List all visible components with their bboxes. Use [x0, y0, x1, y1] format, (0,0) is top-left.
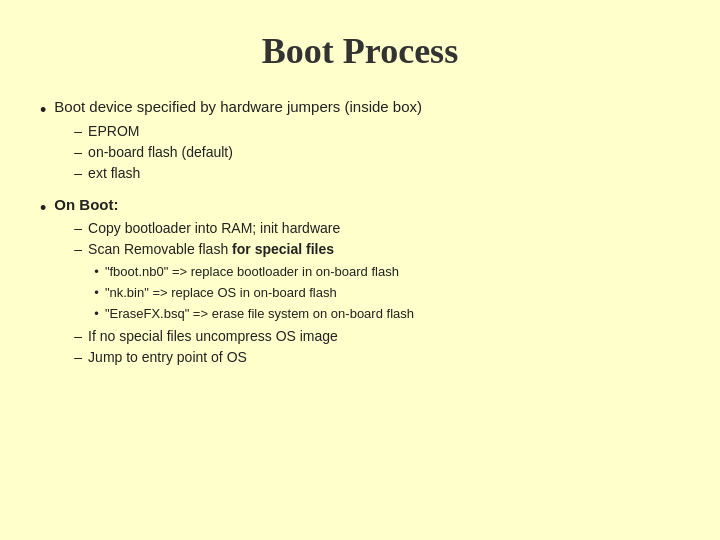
dash-icon: –	[74, 218, 82, 239]
dash-icon: –	[74, 239, 82, 260]
sub-sub-list: • "fboot.nb0" => replace bootloader in o…	[74, 262, 414, 324]
list-item: – Scan Removable flash for special files…	[74, 239, 680, 326]
bullet-1: • Boot device specified by hardware jump…	[40, 96, 680, 184]
sub-sub-item-label: "nk.bin" => replace OS in on-board flash	[105, 283, 337, 304]
bullet-2: • On Boot: – Copy bootloader into RAM; i…	[40, 194, 680, 369]
bullet-2-sublist: – Copy bootloader into RAM; init hardwar…	[54, 218, 680, 368]
sub-item-label: EPROM	[88, 121, 139, 142]
bullet-2-label: On Boot:	[54, 196, 118, 213]
bullet-icon-1: •	[40, 97, 46, 124]
dash-icon: –	[74, 142, 82, 163]
bullet-1-label: Boot device specified by hardware jumper…	[54, 98, 422, 115]
sub-sub-item-label: "fboot.nb0" => replace bootloader in on-…	[105, 262, 399, 283]
bullet-icon-2: •	[40, 195, 46, 222]
sub-item-label: on-board flash (default)	[88, 142, 233, 163]
sub-item-label: ext flash	[88, 163, 140, 184]
page-title: Boot Process	[262, 30, 458, 72]
list-item: – If no special files uncompress OS imag…	[74, 326, 680, 347]
list-item: – on-board flash (default)	[74, 142, 680, 163]
list-item: – ext flash	[74, 163, 680, 184]
bullet-dot-icon: •	[94, 262, 99, 283]
content-area: • Boot device specified by hardware jump…	[40, 96, 680, 378]
sub-item-label: Jump to entry point of OS	[88, 347, 247, 368]
dash-icon: –	[74, 326, 82, 347]
dash-icon: –	[74, 121, 82, 142]
list-item: • "fboot.nb0" => replace bootloader in o…	[94, 262, 414, 283]
bullet-dot-icon: •	[94, 304, 99, 325]
bullet-2-text: On Boot: – Copy bootloader into RAM; ini…	[54, 194, 680, 369]
list-item: – EPROM	[74, 121, 680, 142]
sub-item-label: If no special files uncompress OS image	[88, 326, 338, 347]
list-item: • "nk.bin" => replace OS in on-board fla…	[94, 283, 414, 304]
bullet-dot-icon: •	[94, 283, 99, 304]
dash-icon: –	[74, 163, 82, 184]
list-item: • "EraseFX.bsq" => erase file system on …	[94, 304, 414, 325]
dash-icon: –	[74, 347, 82, 368]
bullet-1-text: Boot device specified by hardware jumper…	[54, 96, 680, 184]
bullet-1-sublist: – EPROM – on-board flash (default) – ext…	[54, 121, 680, 184]
sub-item-label: Copy bootloader into RAM; init hardware	[88, 218, 340, 239]
list-item: – Jump to entry point of OS	[74, 347, 680, 368]
sub-item-label: Scan Removable flash for special files	[88, 239, 334, 260]
sub-sub-item-label: "EraseFX.bsq" => erase file system on on…	[105, 304, 414, 325]
list-item: – Copy bootloader into RAM; init hardwar…	[74, 218, 680, 239]
